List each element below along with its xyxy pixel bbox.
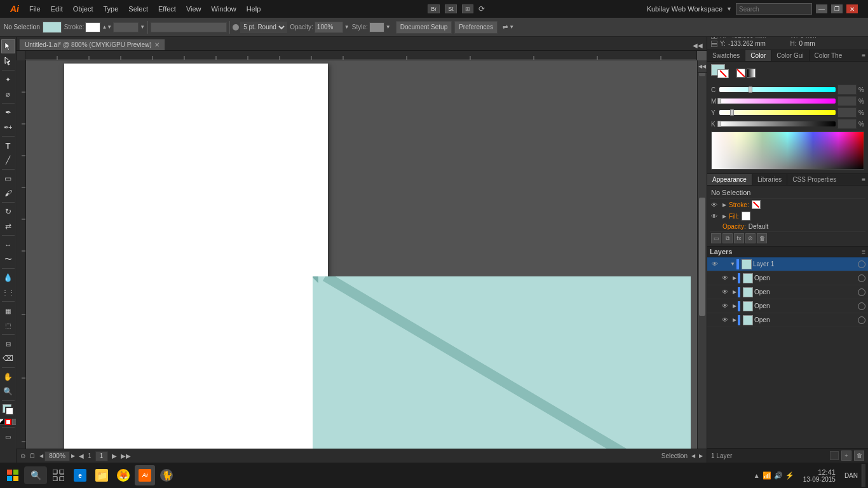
y-slider-thumb[interactable] xyxy=(730,109,734,116)
artboard-prev[interactable]: ◀ xyxy=(691,453,695,459)
stroke-swatch[interactable] xyxy=(717,69,729,78)
tab-close-button[interactable]: ✕ xyxy=(154,41,159,48)
panel-toggle[interactable]: ◀◀ xyxy=(691,41,704,50)
y-value-input[interactable]: 11.47 xyxy=(837,107,857,118)
tab-appearance[interactable]: Appearance xyxy=(707,174,752,185)
bridge-icon[interactable]: Br xyxy=(428,4,440,13)
stroke-dropdown[interactable]: ▼ xyxy=(140,24,145,30)
taskbar-extra[interactable]: 🐈 xyxy=(156,465,177,485)
k-value-input[interactable]: 0 xyxy=(837,119,857,129)
type-tool[interactable]: T xyxy=(1,139,15,152)
menu-view[interactable]: View xyxy=(181,3,207,15)
reflect-tool[interactable]: ⇄ xyxy=(1,219,15,233)
taskbar-firefox[interactable]: 🦊 xyxy=(113,465,133,485)
layers-search[interactable] xyxy=(830,451,839,460)
width-tool[interactable]: ↔ xyxy=(1,238,15,252)
sublayer-4-eye[interactable]: 👁 xyxy=(720,315,730,325)
color-spectrum[interactable] xyxy=(711,132,864,170)
add-anchor-tool[interactable]: ✒+ xyxy=(1,120,15,134)
sublayer-2-target[interactable] xyxy=(858,288,865,296)
blend-tool[interactable]: ⋮⋮ xyxy=(1,285,15,299)
sublayer-1-eye[interactable]: 👁 xyxy=(720,273,730,283)
fx-button[interactable]: fx xyxy=(734,233,744,243)
opacity-input[interactable] xyxy=(315,22,343,33)
arrow-stroke[interactable]: ▶ xyxy=(722,202,726,208)
fill-appearance-label[interactable]: Fill: xyxy=(729,213,739,220)
sublayer-3-row[interactable]: 👁 ▶ Open xyxy=(707,299,868,313)
zoom-input[interactable] xyxy=(44,451,70,461)
layer-1-lock[interactable] xyxy=(720,259,730,269)
rotate-tool[interactable]: ↻ xyxy=(1,205,15,219)
tab-swatches[interactable]: Swatches xyxy=(707,50,745,61)
pen-tool[interactable]: ✒ xyxy=(1,105,15,119)
style-dropdown[interactable]: ▼ xyxy=(386,24,391,30)
menu-select[interactable]: Select xyxy=(123,3,153,15)
opacity-dropdown[interactable]: ▼ xyxy=(344,24,349,30)
slice-tool[interactable]: ⊟ xyxy=(1,337,15,351)
show-desktop-button[interactable] xyxy=(862,464,865,487)
stroke-appearance-label[interactable]: Stroke: xyxy=(729,201,749,208)
document-setup-button[interactable]: Document Setup xyxy=(396,21,452,34)
zoom-prev[interactable]: ◀ xyxy=(39,453,43,459)
layer-1-eye[interactable]: 👁 xyxy=(710,259,720,269)
appearance-panel-menu[interactable]: ≡ xyxy=(859,174,868,185)
taskbar-explorer[interactable]: 📁 xyxy=(92,465,112,485)
eye-stroke[interactable]: 👁 xyxy=(711,201,720,208)
column-graph-tool[interactable]: ▦ xyxy=(1,304,15,318)
stroke-arrows[interactable]: ▲▼ xyxy=(102,24,112,30)
sublayer-1-row[interactable]: 👁 ▶ Open xyxy=(707,271,868,285)
workspace-dropdown[interactable]: ▼ xyxy=(726,6,732,12)
stroke-color-swatch[interactable] xyxy=(752,200,761,209)
none-color-button[interactable] xyxy=(736,69,745,78)
layer-1-expand[interactable]: ▼ xyxy=(730,261,735,267)
taskbar-fe[interactable]: e xyxy=(70,465,90,485)
menu-effect[interactable]: Effect xyxy=(153,3,181,15)
zoom-controls[interactable]: ⊙ xyxy=(20,452,25,459)
sublayer-2-eye[interactable]: 👁 xyxy=(720,287,730,297)
c-slider-thumb[interactable] xyxy=(749,86,752,93)
fill-stroke-swatches[interactable] xyxy=(1,403,15,417)
lasso-tool[interactable]: ⌀ xyxy=(1,87,15,101)
artboard-tool[interactable]: ⬚ xyxy=(1,318,15,332)
fill-color-swatch[interactable] xyxy=(742,212,750,220)
menu-help[interactable]: Help xyxy=(241,3,266,15)
clock-area[interactable]: 12:41 13-09-2015 xyxy=(798,467,841,484)
m-slider-thumb[interactable] xyxy=(717,98,721,104)
menu-type[interactable]: Type xyxy=(98,3,124,15)
warp-tool[interactable]: 〜 xyxy=(1,252,15,266)
tab-color[interactable]: Color xyxy=(745,50,771,61)
scrollbar-vertical[interactable]: ◀◀ xyxy=(697,60,707,453)
arrange-dropdown[interactable]: ▼ xyxy=(509,24,514,30)
m-value-input[interactable]: 0 xyxy=(837,96,857,106)
stock-icon[interactable]: St xyxy=(445,4,457,13)
sublayer-1-expand[interactable]: ▶ xyxy=(733,275,736,281)
menu-file[interactable]: File xyxy=(24,3,46,15)
page-nav-next[interactable]: ▶ xyxy=(112,452,117,459)
selection-tool[interactable] xyxy=(1,39,15,53)
line-tool[interactable]: ╱ xyxy=(1,153,15,167)
screen-mode-button[interactable]: ▭ xyxy=(1,430,15,444)
delete-item-button[interactable]: 🗑 xyxy=(757,233,767,243)
eyedropper-tool[interactable]: 💧 xyxy=(1,271,15,285)
scroll-thumb-v[interactable] xyxy=(699,198,705,315)
tab-color-gui[interactable]: Color Gui xyxy=(771,50,809,61)
color-panel-menu[interactable]: ≡ xyxy=(859,50,868,61)
duplicate-item-button[interactable]: ⧉ xyxy=(722,233,733,243)
panel-collapse-button[interactable]: ◀◀ xyxy=(698,60,707,73)
sublayer-1-target[interactable] xyxy=(858,274,865,282)
sublayer-2-row[interactable]: 👁 ▶ Open xyxy=(707,285,868,299)
new-layer-button[interactable]: + xyxy=(841,451,851,461)
arrow-fill[interactable]: ▶ xyxy=(722,214,726,219)
menu-window[interactable]: Window xyxy=(207,3,241,15)
eye-fill[interactable]: 👁 xyxy=(711,213,720,220)
nav-icon[interactable]: 🗒 xyxy=(29,452,36,459)
paintbrush-tool[interactable]: 🖌 xyxy=(1,186,15,200)
page-nav-prev[interactable]: ◀ xyxy=(79,452,84,459)
document-tab[interactable]: Untitled-1.ai* @ 800% (CMYK/GPU Preview)… xyxy=(19,39,165,50)
sublayer-3-target[interactable] xyxy=(858,302,865,310)
k-slider-thumb[interactable] xyxy=(717,121,721,127)
gradient-button[interactable] xyxy=(747,69,756,78)
menu-object[interactable]: Object xyxy=(68,3,98,15)
minimize-button[interactable]: — xyxy=(816,4,827,13)
preferences-button[interactable]: Preferences xyxy=(454,21,498,34)
